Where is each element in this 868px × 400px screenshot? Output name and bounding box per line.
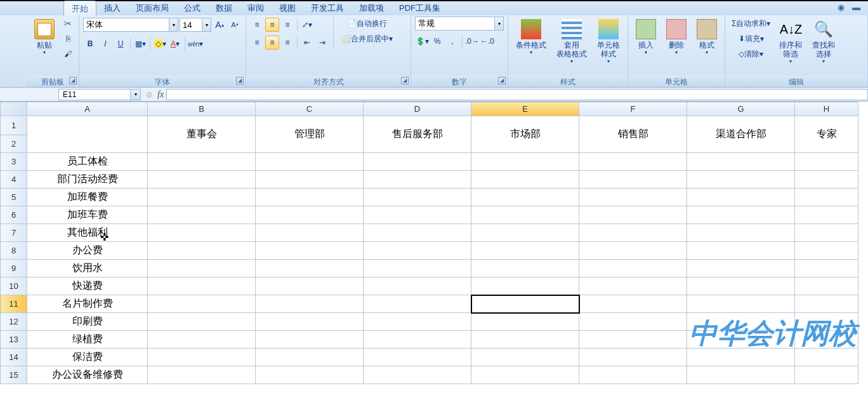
cell-D12[interactable] [364, 313, 471, 331]
cell-C10[interactable] [256, 277, 364, 295]
cell-F10[interactable] [579, 277, 687, 295]
col-header-G[interactable]: G [687, 102, 795, 116]
col-header-A[interactable]: A [27, 102, 148, 116]
cell-H3[interactable] [795, 153, 858, 171]
cell-A12[interactable]: 印刷费 [27, 313, 148, 331]
row-header-2[interactable]: 2 [1, 135, 27, 153]
cell-D3[interactable] [364, 153, 471, 171]
col-header-F[interactable]: F [579, 102, 687, 116]
cell-B8[interactable] [148, 242, 256, 260]
autosum-button[interactable]: Σ 自动求和 ▾ [729, 17, 773, 30]
cell-F15[interactable] [579, 366, 687, 384]
cell-A5[interactable]: 加班餐费 [27, 189, 148, 206]
cell-G6[interactable] [687, 206, 795, 224]
cell-H13[interactable] [795, 331, 858, 349]
tab-home[interactable]: 开始 [63, 1, 96, 17]
underline-button[interactable]: U [114, 37, 128, 51]
cell-E11[interactable] [471, 295, 579, 313]
cell-H4[interactable] [795, 171, 858, 189]
cell-C9[interactable] [256, 260, 364, 277]
cell-A10[interactable]: 快递费 [27, 277, 148, 295]
cell-C15[interactable] [256, 366, 364, 384]
tab-data[interactable]: 数据 [208, 1, 240, 16]
cell-H14[interactable] [795, 349, 858, 366]
cell-F7[interactable] [579, 224, 687, 242]
cell-B12[interactable] [148, 313, 256, 331]
cell-E12[interactable] [471, 313, 579, 331]
cell-H12[interactable] [795, 313, 858, 331]
align-middle-button[interactable]: ≡ [265, 18, 279, 32]
cell-C3[interactable] [256, 153, 364, 171]
tab-pdf[interactable]: PDF工具集 [391, 1, 448, 16]
cell-D13[interactable] [364, 331, 471, 349]
cell-F12[interactable] [579, 313, 687, 331]
cell-E7[interactable] [471, 224, 579, 242]
clipboard-launcher[interactable]: ◢ [69, 77, 77, 84]
shrink-font-button[interactable]: A▾ [228, 18, 242, 32]
cell-F4[interactable] [579, 171, 687, 189]
inc-decimal-button[interactable]: .0→ [465, 34, 479, 48]
cell-H11[interactable] [795, 295, 858, 313]
font-color-button[interactable]: A▾ [168, 37, 182, 51]
cell-D6[interactable] [364, 206, 471, 224]
cell-A13[interactable]: 绿植费 [27, 331, 148, 349]
cell-D15[interactable] [364, 366, 471, 384]
cell-F5[interactable] [579, 189, 687, 206]
cell-G8[interactable] [687, 242, 795, 260]
cell-D11[interactable] [364, 295, 471, 313]
cell-B4[interactable] [148, 171, 256, 189]
cell-A9[interactable]: 饮用水 [27, 260, 148, 277]
row-header-6[interactable]: 6 [1, 206, 27, 224]
row-header-4[interactable]: 4 [1, 171, 27, 189]
cell-A14[interactable]: 保洁费 [27, 349, 148, 366]
cell-D5[interactable] [364, 189, 471, 206]
cell-G7[interactable] [687, 224, 795, 242]
cell-B14[interactable] [148, 349, 256, 366]
cell-B9[interactable] [148, 260, 256, 277]
italic-button[interactable]: I [98, 37, 112, 51]
cell-A3[interactable]: 员工体检 [27, 153, 148, 171]
row-header-1[interactable]: 1 [1, 116, 27, 135]
cell-F3[interactable] [579, 153, 687, 171]
tab-formula[interactable]: 公式 [176, 1, 208, 16]
cell-C12[interactable] [256, 313, 364, 331]
cell-G12[interactable] [687, 313, 795, 331]
number-format-combo[interactable]: 常规▾ [415, 17, 504, 30]
cell-B7[interactable] [148, 224, 256, 242]
cell-D9[interactable] [364, 260, 471, 277]
cell-A15[interactable]: 办公设备维修费 [27, 366, 148, 384]
cell-E5[interactable] [471, 189, 579, 206]
align-launcher[interactable]: ◢ [401, 77, 409, 84]
cell-G13[interactable] [687, 331, 795, 349]
tab-addin[interactable]: 加载项 [352, 1, 391, 16]
cell-E13[interactable] [471, 331, 579, 349]
cut-button[interactable]: ✂ [61, 17, 75, 30]
col-header-B[interactable]: B [148, 102, 256, 116]
grow-font-button[interactable]: A▴ [213, 18, 227, 32]
copy-button[interactable]: ⎘ [61, 32, 75, 46]
cell-C7[interactable] [256, 224, 364, 242]
cancel-formula-icon[interactable]: ⊘ [146, 90, 152, 99]
cell-F14[interactable] [579, 349, 687, 366]
indent-inc-button[interactable]: ⇥ [315, 36, 329, 50]
col-header-H[interactable]: H [795, 102, 858, 116]
sort-filter-button[interactable]: A↓Z排序和 筛选▾ [775, 17, 806, 67]
cell-B13[interactable] [148, 331, 256, 349]
row-header-7[interactable]: 7 [1, 224, 27, 242]
cell-style-button[interactable]: 单元格 样式▾ [593, 17, 624, 67]
row-header-15[interactable]: 15 [1, 366, 27, 384]
cell-E1[interactable]: 市场部 [471, 116, 579, 153]
cell-B15[interactable] [148, 366, 256, 384]
col-header-E[interactable]: E [471, 102, 579, 116]
cell-D8[interactable] [364, 242, 471, 260]
cell-C8[interactable] [256, 242, 364, 260]
cell-A1[interactable] [27, 116, 148, 153]
cell-H6[interactable] [795, 206, 858, 224]
find-select-button[interactable]: 🔍查找和 选择▾ [808, 17, 839, 67]
align-bottom-button[interactable]: ≡ [280, 18, 294, 32]
formula-input[interactable] [166, 89, 868, 100]
cell-E3[interactable] [471, 153, 579, 171]
cell-B1[interactable]: 董事会 [148, 116, 256, 153]
col-header-C[interactable]: C [256, 102, 364, 116]
cell-H7[interactable] [795, 224, 858, 242]
